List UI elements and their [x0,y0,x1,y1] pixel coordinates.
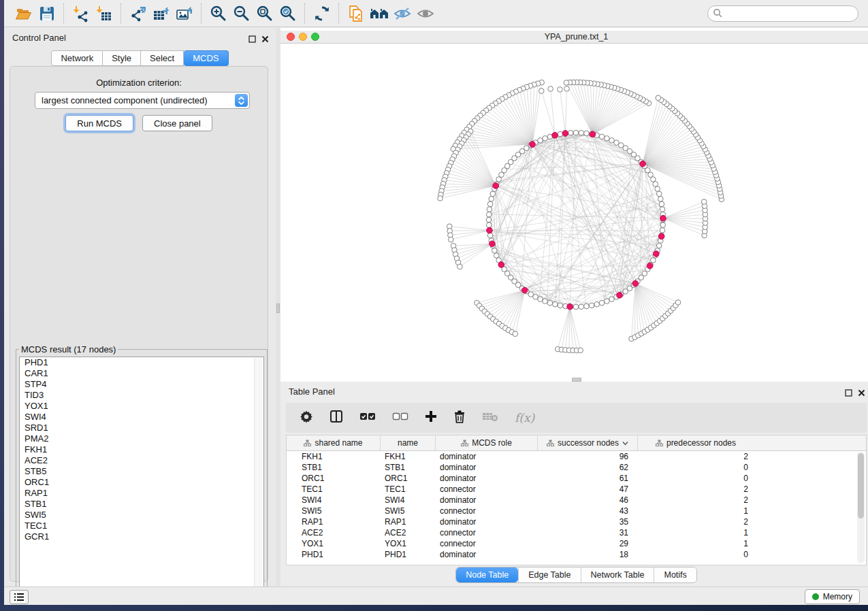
table-row[interactable]: SWI5SWI5connector431 [287,506,866,516]
run-mcds-button[interactable]: Run MCDS [65,115,133,131]
unselect-all-columns-icon[interactable] [392,412,408,424]
hide-selected-icon[interactable] [391,3,414,24]
mcds-result-item[interactable]: PMA2 [20,433,263,444]
mcds-result-fieldset: MCDS result (17 nodes) PHD1CAR1STP4TID3Y… [16,344,268,593]
table-cell: connector [436,538,538,549]
network-titlebar[interactable]: YPA_prune.txt_1 [280,31,868,44]
table-row[interactable]: SWI4SWI4dominator462 [287,495,866,506]
float-panel-icon[interactable] [845,387,852,399]
control-panel: Control Panel NetworkStyleSelectMCDS Opt… [4,28,276,587]
table-cell: connector [436,484,538,495]
create-column-icon[interactable] [425,410,437,425]
memory-button[interactable]: Memory [805,589,860,604]
table-row[interactable]: ACE2ACE2connector311 [287,527,866,538]
node-table: shared name name MCDS role successor nod… [286,435,867,565]
table-row[interactable]: FKH1FKH1dominator962 [287,451,866,462]
mcds-result-list[interactable]: PHD1CAR1STP4TID3YOX1SWI4SRD1PMA2FKH1ACE2… [19,357,264,596]
control-tabs: NetworkStyleSelectMCDS [4,50,276,66]
tab-style[interactable]: Style [103,50,141,66]
import-table-icon[interactable] [93,3,116,24]
delete-column-icon[interactable] [453,410,466,426]
table-settings-gear-icon[interactable] [300,410,313,426]
show-all-icon[interactable] [414,3,437,24]
mcds-result-item[interactable]: GCR1 [20,531,263,542]
mcds-result-item[interactable]: STB1 [20,499,263,510]
mcds-result-item[interactable]: SWI5 [20,510,263,521]
refresh-layout-icon[interactable] [310,3,334,24]
network-graph[interactable] [280,44,868,382]
bottom-tab-edge-table[interactable]: Edge Table [518,567,580,582]
table-row[interactable]: TEC1TEC1connector472 [287,484,866,495]
table-row[interactable]: PHD1PHD1dominator180 [287,549,866,560]
mcds-list-scrollbar[interactable] [254,358,263,595]
mcds-result-item[interactable]: YOX1 [20,401,263,412]
table-scrollbar-thumb[interactable] [858,453,864,518]
zoom-selected-icon[interactable] [276,3,300,24]
zoom-in-icon[interactable] [207,3,230,24]
tab-select[interactable]: Select [141,50,184,66]
tab-network[interactable]: Network [51,50,103,66]
function-builder-icon-disabled: f(x) [515,411,534,425]
column-header-mcds-role[interactable]: MCDS role [436,435,538,450]
search-input[interactable] [707,5,858,22]
mcds-result-item[interactable]: PHD1 [20,357,263,368]
mcds-result-item[interactable]: RAP1 [20,488,263,499]
import-network-icon[interactable] [69,3,93,24]
close-panel-icon[interactable] [858,387,865,399]
table-row[interactable]: STB1STB1dominator620 [287,462,866,473]
table-cell: 18 [538,549,638,560]
export-image-icon[interactable] [173,3,196,24]
mcds-result-item[interactable]: SWI4 [20,412,263,423]
close-panel-icon[interactable] [261,33,269,46]
select-all-columns-icon[interactable] [359,412,376,424]
show-column-panel-icon[interactable] [329,410,343,426]
splitter-handle[interactable] [276,303,280,313]
mcds-result-item[interactable]: FKH1 [20,444,263,455]
bottom-tab-network-table[interactable]: Network Table [581,567,654,582]
criterion-dropdown[interactable]: largest connected component (undirected) [35,92,250,109]
open-session-icon[interactable] [12,3,35,24]
mcds-result-item[interactable]: ACE2 [20,455,263,466]
mcds-result-item[interactable]: TID3 [20,390,263,401]
export-table-icon[interactable] [150,3,173,24]
mcds-result-item[interactable]: STP4 [20,379,263,390]
table-row[interactable]: ORC1ORC1dominator610 [287,473,866,484]
memory-label: Memory [823,592,852,601]
zoom-out-icon[interactable] [230,3,253,24]
mcds-result-item[interactable]: STB5 [20,466,263,477]
column-header-successor-nodes[interactable]: successor nodes [538,435,638,450]
float-panel-icon[interactable] [248,33,256,46]
column-header-predecessor-nodes[interactable]: predecessor nodes [638,435,754,450]
table-cell: dominator [436,451,538,462]
bottom-tab-node-table[interactable]: Node Table [456,567,518,582]
table-cell: PHD1 [381,549,436,560]
first-neighbors-icon[interactable] [368,3,391,24]
column-header-name[interactable]: name [381,435,436,450]
clone-network-icon[interactable] [344,3,368,24]
status-bar: Memory [4,587,868,605]
table-row[interactable]: RAP1RAP1dominator352 [287,516,866,527]
table-cell: 2 [638,451,754,462]
mcds-result-item[interactable]: TEC1 [20,521,263,531]
mcds-result-item[interactable]: ORC1 [20,477,263,488]
zoom-fit-icon[interactable] [253,3,276,24]
column-header-shared-name[interactable]: shared name [287,435,381,450]
export-network-icon[interactable] [127,3,150,24]
panel-splitter[interactable] [276,28,280,587]
task-history-button[interactable] [10,590,29,604]
close-panel-button[interactable]: Close panel [142,115,212,131]
table-cell: 29 [538,538,638,549]
table-scrollbar[interactable] [857,452,865,563]
network-canvas[interactable] [280,44,868,382]
toolbar-separator [201,3,202,24]
mcds-result-item[interactable]: SRD1 [20,423,263,433]
tab-mcds[interactable]: MCDS [184,50,228,66]
bottom-tab-motifs[interactable]: Motifs [654,567,696,582]
table-panel-titlebar: Table Panel [280,385,868,399]
table-row[interactable]: YOX1YOX1connector291 [287,538,866,549]
mcds-result-item[interactable]: CAR1 [20,368,263,379]
memory-status-icon [812,593,819,600]
table-cell: SWI4 [287,495,381,506]
table-cell: SWI4 [381,495,436,506]
save-session-icon[interactable] [35,3,59,24]
